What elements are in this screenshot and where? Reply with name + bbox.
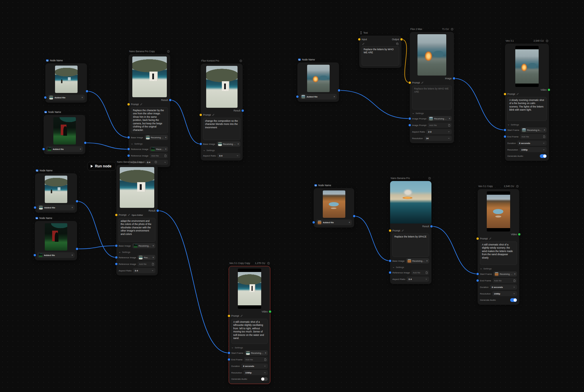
node-card[interactable]: Added file× xyxy=(314,188,354,228)
edit-icon[interactable] xyxy=(421,82,423,84)
remove-file-icon[interactable]: × xyxy=(265,352,266,354)
prompt-text[interactable]: A slowly zooming cinematic shot of a fir… xyxy=(507,97,547,121)
added-file-row[interactable]: Added file× xyxy=(37,252,75,258)
added-file-row[interactable]: Added file× xyxy=(48,95,85,100)
resolution-select[interactable]: 1080p xyxy=(244,370,268,375)
duration-select[interactable]: 8 seconds xyxy=(517,141,547,146)
info-icon[interactable] xyxy=(155,161,157,163)
output-port[interactable] xyxy=(430,225,433,228)
aspect-ratio-select[interactable]: 2:3 xyxy=(426,129,452,134)
node-nn-mid-desert[interactable]: Node NameAdded file× xyxy=(35,173,77,213)
input-port[interactable] xyxy=(409,124,411,126)
prompt-text[interactable]: Replace the character by the one from th… xyxy=(131,107,168,133)
node-card[interactable]: Added file× xyxy=(35,173,77,213)
remove-file-icon[interactable]: × xyxy=(426,260,428,262)
input-port[interactable] xyxy=(504,135,506,138)
node-card[interactable]: ResultPromptOpen Editoradapt the environ… xyxy=(116,165,158,275)
added-file-row[interactable]: Added file× xyxy=(46,146,83,152)
output-port[interactable] xyxy=(548,89,550,91)
prompt-text[interactable]: A still cinematic shot of a silhouette s… xyxy=(231,319,268,344)
input-port[interactable] xyxy=(44,96,46,99)
end-frame-field[interactable]: Add file xyxy=(493,278,517,283)
aspect-ratio-select[interactable]: 3:4 xyxy=(133,268,155,273)
settings-toggle[interactable]: Settings xyxy=(203,149,240,152)
added-file-row[interactable]: Added file× xyxy=(300,94,337,99)
image-prompt-field[interactable]: Add file xyxy=(428,123,452,128)
input-port[interactable] xyxy=(476,273,479,275)
input-port[interactable] xyxy=(115,263,117,265)
settings-toggle[interactable]: Settings xyxy=(412,112,452,115)
output-port[interactable] xyxy=(269,310,271,313)
node-nano-banana-pro-copy-c[interactable]: Nano Banana Pro Copy C...ResultPromptOpe… xyxy=(116,165,158,275)
input-port[interactable] xyxy=(389,260,391,262)
reference-image-field[interactable]: Add file xyxy=(411,270,429,275)
edit-icon[interactable] xyxy=(362,43,364,45)
text-content[interactable]: Replace the letters by WHO WE ARE xyxy=(362,46,399,66)
copy-icon[interactable] xyxy=(396,42,399,45)
node-nn-orange[interactable]: Node NameAdded file× xyxy=(314,188,354,228)
remove-file-icon[interactable]: × xyxy=(165,148,167,151)
edit-icon[interactable] xyxy=(489,237,491,240)
remove-file-icon[interactable]: × xyxy=(544,129,545,131)
prompt-text[interactable]: A still cinematic shot of a slightly win… xyxy=(480,241,517,265)
generate-audio-toggle[interactable] xyxy=(540,154,547,158)
remove-file-icon[interactable]: × xyxy=(80,148,81,151)
output-port[interactable] xyxy=(157,210,159,212)
info-icon[interactable] xyxy=(267,262,270,265)
node-card[interactable]: ResultPromptReplace the letters by SPACE… xyxy=(390,181,431,284)
output-port[interactable] xyxy=(169,99,171,101)
info-icon[interactable] xyxy=(516,185,519,188)
reference-image-chip[interactable]: Receivi...× xyxy=(137,255,155,260)
generate-audio-toggle[interactable] xyxy=(510,298,517,302)
input-port[interactable] xyxy=(127,136,130,139)
settings-toggle[interactable]: Settings xyxy=(507,123,547,126)
aspect-ratio-select[interactable]: 3:4 xyxy=(407,277,429,282)
generate-audio-toggle[interactable] xyxy=(261,377,268,381)
base-image-chip[interactable]: Receiving input× xyxy=(217,141,240,147)
resolution-select[interactable]: 1080p xyxy=(520,147,547,152)
duration-select[interactable]: 8 seconds xyxy=(490,285,517,290)
start-frame-chip[interactable]: Receiving in...× xyxy=(521,127,547,133)
input-port[interactable] xyxy=(200,143,202,145)
prompt-text[interactable]: adapt the environment and the colors of … xyxy=(119,218,155,242)
open-editor-button[interactable]: Open Editor xyxy=(131,214,143,216)
node-canvas[interactable]: Node NameAdded file×Node NameAdded file×… xyxy=(0,0,584,392)
node-card[interactable]: Added file× xyxy=(297,62,339,102)
input-port[interactable] xyxy=(200,114,202,116)
info-icon[interactable] xyxy=(167,50,170,53)
start-frame-chip[interactable]: Receiving in...× xyxy=(493,271,517,277)
resolution-select[interactable]: 1K xyxy=(424,136,452,141)
node-text[interactable]: TextInputOutputReplace the letters by WH… xyxy=(359,36,402,68)
added-file-row[interactable]: Added file× xyxy=(37,205,75,210)
node-card[interactable]: ResultPromptchange the composition so th… xyxy=(201,64,243,161)
input-port[interactable] xyxy=(296,96,299,98)
node-nn-fire[interactable]: Node NameAdded file× xyxy=(297,62,339,102)
aspect-ratio-select[interactable]: 3:4 xyxy=(217,153,240,158)
input-port[interactable] xyxy=(409,117,411,120)
added-file-row[interactable]: Added file× xyxy=(316,220,352,225)
settings-toggle[interactable]: Settings xyxy=(231,346,268,349)
edit-icon[interactable] xyxy=(402,229,404,232)
remove-file-icon[interactable]: × xyxy=(153,245,154,247)
resolution-select[interactable]: 1080p xyxy=(492,291,517,296)
input-port[interactable] xyxy=(115,214,117,216)
node-veo-3-1-copy-copy[interactable]: Veo 3.1 Copy Copy1,270 CUVideoPromptA st… xyxy=(229,266,270,384)
settings-toggle[interactable]: Settings xyxy=(131,143,168,145)
input-port[interactable] xyxy=(228,315,230,317)
remove-file-icon[interactable]: × xyxy=(238,143,239,145)
remove-file-icon[interactable]: × xyxy=(82,96,83,99)
edit-icon[interactable] xyxy=(128,214,130,216)
output-port[interactable] xyxy=(86,90,88,92)
output-port[interactable] xyxy=(518,233,520,235)
node-card[interactable]: VideoPromptA still cinematic shot of a s… xyxy=(478,189,519,305)
start-frame-chip[interactable]: Receiving in...× xyxy=(245,350,268,356)
output-port[interactable] xyxy=(76,248,78,250)
input-port[interactable] xyxy=(358,38,360,40)
info-icon[interactable] xyxy=(451,28,453,31)
input-port[interactable] xyxy=(313,221,315,224)
remove-file-icon[interactable]: × xyxy=(334,95,335,98)
output-port[interactable] xyxy=(84,142,86,144)
input-port[interactable] xyxy=(127,103,130,105)
input-port[interactable] xyxy=(127,155,130,157)
input-port[interactable] xyxy=(115,256,117,259)
